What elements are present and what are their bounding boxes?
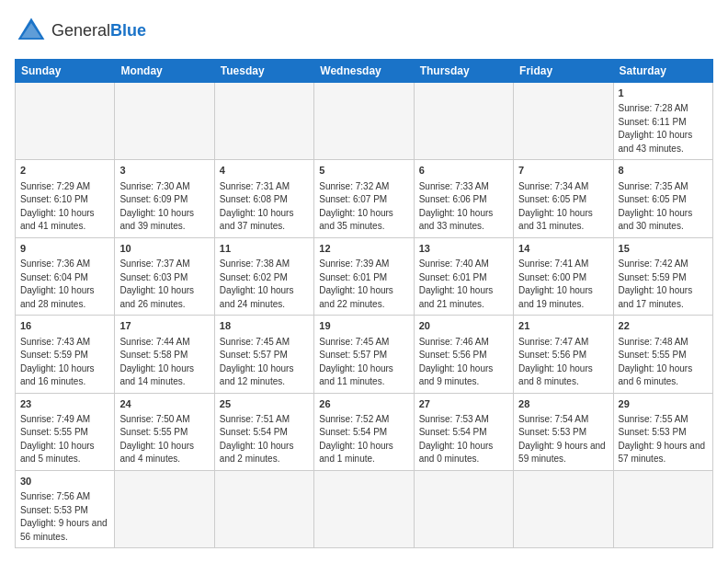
calendar-day-cell: 28Sunrise: 7:54 AM Sunset: 5:53 PM Dayli…	[514, 393, 613, 470]
day-number: 2	[20, 164, 109, 178]
day-number: 29	[619, 397, 708, 411]
day-number: 10	[119, 242, 209, 256]
day-info: Sunrise: 7:31 AM Sunset: 6:08 PM Dayligh…	[220, 180, 309, 234]
day-info: Sunrise: 7:35 AM Sunset: 6:05 PM Dayligh…	[619, 180, 708, 234]
day-number: 23	[20, 397, 109, 411]
calendar-day-cell: 8Sunrise: 7:35 AM Sunset: 6:05 PM Daylig…	[613, 160, 712, 237]
calendar-day-cell: 25Sunrise: 7:51 AM Sunset: 5:54 PM Dayli…	[214, 393, 313, 470]
day-info: Sunrise: 7:52 AM Sunset: 5:54 PM Dayligh…	[319, 413, 408, 466]
calendar-day-cell: 2Sunrise: 7:29 AM Sunset: 6:10 PM Daylig…	[16, 160, 115, 237]
day-number: 7	[518, 164, 608, 178]
day-info: Sunrise: 7:51 AM Sunset: 5:54 PM Dayligh…	[220, 413, 309, 466]
calendar-day-cell: 21Sunrise: 7:47 AM Sunset: 5:56 PM Dayli…	[514, 316, 613, 393]
calendar-day-cell: 19Sunrise: 7:45 AM Sunset: 5:57 PM Dayli…	[314, 316, 414, 393]
calendar-day-cell: 27Sunrise: 7:53 AM Sunset: 5:54 PM Dayli…	[414, 393, 513, 470]
calendar-day-header: Monday	[115, 60, 214, 83]
calendar-day-cell: 20Sunrise: 7:46 AM Sunset: 5:56 PM Dayli…	[414, 316, 513, 393]
day-info: Sunrise: 7:45 AM Sunset: 5:57 PM Dayligh…	[319, 336, 408, 389]
calendar-day-cell: 12Sunrise: 7:39 AM Sunset: 6:01 PM Dayli…	[314, 237, 414, 315]
calendar-day-cell: 11Sunrise: 7:38 AM Sunset: 6:02 PM Dayli…	[214, 237, 313, 315]
day-number: 21	[518, 319, 608, 333]
day-number: 13	[419, 242, 508, 256]
calendar-body: 1Sunrise: 7:28 AM Sunset: 6:11 PM Daylig…	[16, 83, 713, 548]
day-number: 18	[220, 319, 309, 333]
day-number: 27	[419, 397, 508, 411]
calendar-day-cell	[314, 83, 414, 160]
day-info: Sunrise: 7:36 AM Sunset: 6:04 PM Dayligh…	[20, 258, 109, 311]
day-info: Sunrise: 7:48 AM Sunset: 5:55 PM Dayligh…	[619, 336, 708, 389]
day-number: 8	[619, 164, 708, 178]
day-info: Sunrise: 7:30 AM Sunset: 6:09 PM Dayligh…	[119, 180, 209, 234]
day-info: Sunrise: 7:56 AM Sunset: 5:53 PM Dayligh…	[20, 490, 109, 544]
calendar-day-cell: 5Sunrise: 7:32 AM Sunset: 6:07 PM Daylig…	[314, 160, 414, 237]
calendar-day-cell	[414, 83, 513, 160]
day-info: Sunrise: 7:46 AM Sunset: 5:56 PM Dayligh…	[419, 336, 508, 389]
day-number: 30	[20, 475, 109, 488]
calendar-day-cell: 17Sunrise: 7:44 AM Sunset: 5:58 PM Dayli…	[115, 316, 214, 393]
calendar-week-row: 23Sunrise: 7:49 AM Sunset: 5:55 PM Dayli…	[16, 393, 713, 470]
calendar-day-cell: 26Sunrise: 7:52 AM Sunset: 5:54 PM Dayli…	[314, 393, 414, 470]
day-number: 1	[619, 86, 708, 100]
calendar-week-row: 1Sunrise: 7:28 AM Sunset: 6:11 PM Daylig…	[16, 83, 713, 160]
day-info: Sunrise: 7:54 AM Sunset: 5:53 PM Dayligh…	[518, 413, 608, 466]
day-info: Sunrise: 7:45 AM Sunset: 5:57 PM Dayligh…	[220, 336, 309, 389]
day-info: Sunrise: 7:41 AM Sunset: 6:00 PM Dayligh…	[518, 258, 608, 311]
calendar-day-cell	[414, 470, 513, 547]
day-number: 14	[518, 242, 608, 256]
day-info: Sunrise: 7:39 AM Sunset: 6:01 PM Dayligh…	[319, 258, 408, 311]
day-number: 16	[20, 319, 109, 333]
calendar-day-cell	[613, 470, 712, 547]
calendar-day-cell: 7Sunrise: 7:34 AM Sunset: 6:05 PM Daylig…	[514, 160, 613, 237]
calendar-day-cell: 24Sunrise: 7:50 AM Sunset: 5:55 PM Dayli…	[115, 393, 214, 470]
calendar-day-cell: 15Sunrise: 7:42 AM Sunset: 5:59 PM Dayli…	[613, 237, 712, 315]
calendar-day-cell	[214, 83, 313, 160]
day-info: Sunrise: 7:29 AM Sunset: 6:10 PM Dayligh…	[20, 180, 109, 234]
calendar-day-header: Friday	[514, 60, 613, 83]
calendar-day-cell: 16Sunrise: 7:43 AM Sunset: 5:59 PM Dayli…	[16, 316, 115, 393]
day-number: 22	[619, 319, 708, 333]
day-info: Sunrise: 7:47 AM Sunset: 5:56 PM Dayligh…	[518, 336, 608, 389]
calendar-header-row: SundayMondayTuesdayWednesdayThursdayFrid…	[16, 60, 713, 83]
day-info: Sunrise: 7:49 AM Sunset: 5:55 PM Dayligh…	[20, 413, 109, 466]
calendar-day-cell	[115, 470, 214, 547]
calendar-day-cell: 4Sunrise: 7:31 AM Sunset: 6:08 PM Daylig…	[214, 160, 313, 237]
day-number: 11	[220, 242, 309, 256]
calendar-day-cell: 23Sunrise: 7:49 AM Sunset: 5:55 PM Dayli…	[16, 393, 115, 470]
calendar-day-cell: 14Sunrise: 7:41 AM Sunset: 6:00 PM Dayli…	[514, 237, 613, 315]
calendar-week-row: 2Sunrise: 7:29 AM Sunset: 6:10 PM Daylig…	[16, 160, 713, 237]
day-number: 4	[220, 164, 309, 178]
calendar-day-cell: 9Sunrise: 7:36 AM Sunset: 6:04 PM Daylig…	[16, 237, 115, 315]
logo-icon	[15, 15, 48, 48]
calendar-day-header: Wednesday	[314, 60, 414, 83]
calendar-day-cell: 30Sunrise: 7:56 AM Sunset: 5:53 PM Dayli…	[16, 470, 115, 547]
day-info: Sunrise: 7:37 AM Sunset: 6:03 PM Dayligh…	[119, 258, 209, 311]
calendar-day-header: Tuesday	[214, 60, 313, 83]
day-number: 26	[319, 397, 408, 411]
day-number: 20	[419, 319, 508, 333]
calendar-day-cell: 13Sunrise: 7:40 AM Sunset: 6:01 PM Dayli…	[414, 237, 513, 315]
day-info: Sunrise: 7:50 AM Sunset: 5:55 PM Dayligh…	[119, 413, 209, 466]
calendar-day-cell	[115, 83, 214, 160]
day-number: 5	[319, 164, 408, 178]
page-header: GeneralBlue	[15, 15, 713, 48]
day-number: 24	[119, 397, 209, 411]
day-info: Sunrise: 7:33 AM Sunset: 6:06 PM Dayligh…	[419, 180, 508, 234]
day-number: 9	[20, 242, 109, 256]
logo: GeneralBlue	[15, 15, 146, 48]
day-number: 19	[319, 319, 408, 333]
day-number: 25	[220, 397, 309, 411]
calendar-day-cell: 10Sunrise: 7:37 AM Sunset: 6:03 PM Dayli…	[115, 237, 214, 315]
calendar-day-cell: 6Sunrise: 7:33 AM Sunset: 6:06 PM Daylig…	[414, 160, 513, 237]
calendar-day-header: Sunday	[16, 60, 115, 83]
day-info: Sunrise: 7:32 AM Sunset: 6:07 PM Dayligh…	[319, 180, 408, 234]
calendar-day-cell	[514, 470, 613, 547]
calendar-day-cell	[514, 83, 613, 160]
calendar-week-row: 9Sunrise: 7:36 AM Sunset: 6:04 PM Daylig…	[16, 237, 713, 315]
day-number: 28	[518, 397, 608, 411]
calendar-day-header: Thursday	[414, 60, 513, 83]
calendar-day-cell	[214, 470, 313, 547]
calendar-day-cell: 18Sunrise: 7:45 AM Sunset: 5:57 PM Dayli…	[214, 316, 313, 393]
calendar-week-row: 30Sunrise: 7:56 AM Sunset: 5:53 PM Dayli…	[16, 470, 713, 547]
day-number: 12	[319, 242, 408, 256]
calendar-day-cell: 22Sunrise: 7:48 AM Sunset: 5:55 PM Dayli…	[613, 316, 712, 393]
